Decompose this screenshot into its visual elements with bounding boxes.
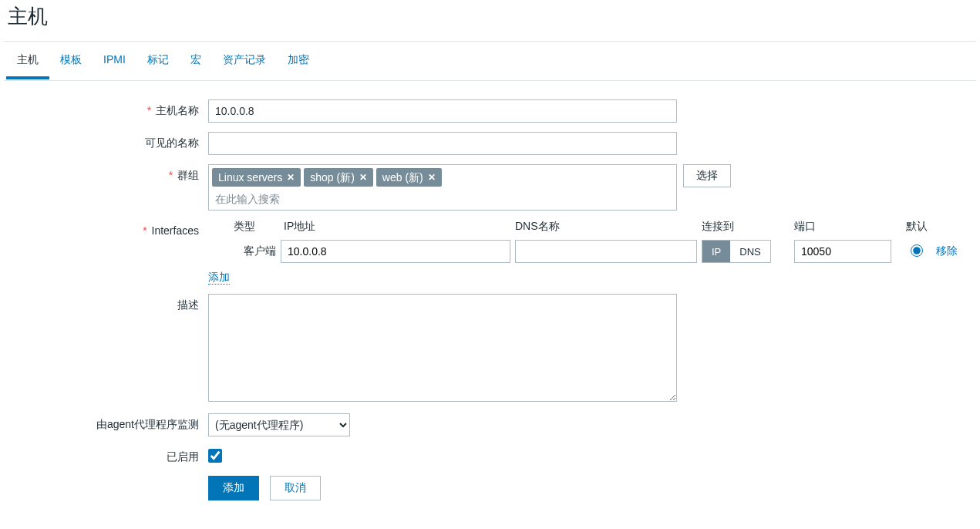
iface-type-label: 客户端 <box>208 244 281 258</box>
enabled-label: 已启用 <box>8 446 208 464</box>
groups-multiselect[interactable]: Linux servers✕ shop (新)✕ web (新)✕ <box>208 164 677 211</box>
iface-connto-ip[interactable]: IP <box>702 241 730 262</box>
close-icon[interactable]: ✕ <box>428 170 436 185</box>
tab-template[interactable]: 模板 <box>49 42 93 79</box>
iface-remove-link[interactable]: 移除 <box>936 244 958 257</box>
iface-add-link[interactable]: 添加 <box>208 271 230 285</box>
close-icon[interactable]: ✕ <box>287 170 295 185</box>
iface-dns-input[interactable] <box>515 240 697 263</box>
hostname-input[interactable] <box>208 99 677 123</box>
iface-header-dns: DNS名称 <box>515 220 702 234</box>
tab-tags[interactable]: 标记 <box>136 42 180 79</box>
proxy-select[interactable]: (无agent代理程序) <box>208 413 350 436</box>
hostname-label: * 主机名称 <box>8 99 208 118</box>
iface-header-port: 端口 <box>794 220 901 234</box>
group-tag: shop (新)✕ <box>304 168 373 187</box>
tab-encryption[interactable]: 加密 <box>277 42 320 79</box>
enabled-checkbox[interactable] <box>208 449 222 463</box>
group-tag: web (新)✕ <box>376 168 442 187</box>
close-icon[interactable]: ✕ <box>359 170 367 185</box>
iface-connto-dns[interactable]: DNS <box>730 241 770 262</box>
groups-label: * 群组 <box>8 164 208 183</box>
host-form: * 主机名称 可见的名称 * 群组 Linux servers✕ shop (新… <box>0 81 980 504</box>
groups-select-button[interactable]: 选择 <box>683 164 731 187</box>
submit-button[interactable]: 添加 <box>208 476 259 500</box>
proxy-label: 由agent代理程序监测 <box>8 413 208 432</box>
cancel-button[interactable]: 取消 <box>270 476 321 500</box>
page-title: 主机 <box>0 0 980 41</box>
iface-header-default: 默认 <box>901 220 933 234</box>
iface-connto-toggle: IP DNS <box>702 240 771 263</box>
iface-header-conn: 连接到 <box>702 220 794 234</box>
interfaces-label: * Interfaces <box>8 220 208 237</box>
description-label: 描述 <box>8 294 208 312</box>
visiblename-label: 可见的名称 <box>8 132 208 150</box>
tab-ipmi[interactable]: IPMI <box>93 42 136 79</box>
description-textarea[interactable] <box>208 294 677 402</box>
iface-ip-input[interactable] <box>281 240 510 263</box>
tab-macros[interactable]: 宏 <box>180 42 212 79</box>
iface-header-ip: IP地址 <box>281 220 515 234</box>
groups-search-input[interactable] <box>212 190 673 207</box>
tab-host[interactable]: 主机 <box>6 42 49 79</box>
visiblename-input[interactable] <box>208 132 677 155</box>
iface-default-radio[interactable] <box>911 244 923 257</box>
tab-inventory[interactable]: 资产记录 <box>212 42 277 79</box>
tabs-container: 主机 模板 IPMI 标记 宏 资产记录 加密 <box>3 41 977 81</box>
group-tag: Linux servers✕ <box>212 168 301 187</box>
iface-header-type: 类型 <box>208 220 281 234</box>
iface-port-input[interactable] <box>794 240 891 263</box>
